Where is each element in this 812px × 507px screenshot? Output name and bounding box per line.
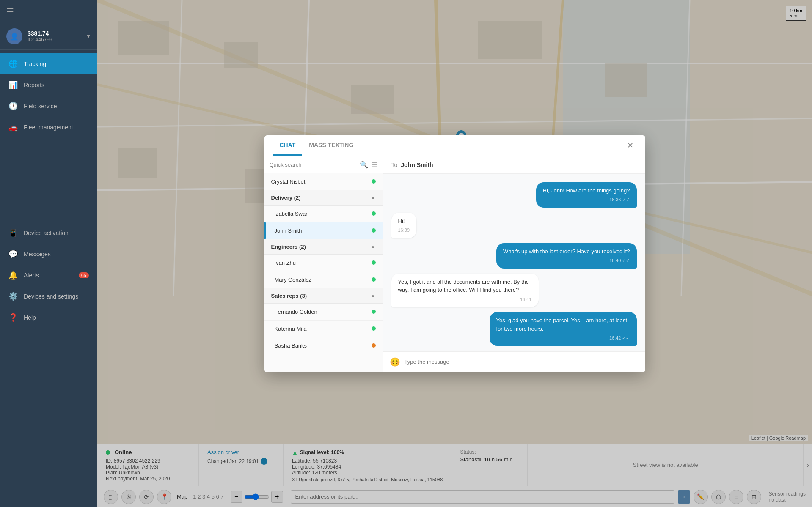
sidebar-item-label: Tracking [24,60,89,67]
contact-item-john[interactable]: John Smith [264,222,383,239]
message-bubble-in: Hi! 16:39 [391,213,417,238]
chevron-up-icon: ▲ [371,244,376,249]
message-time: 16:42 ✓✓ [496,334,630,342]
sidebar-item-label: Devices and settings [24,293,89,300]
status-indicator [372,179,376,184]
group-header-engineers[interactable]: Engineers (2) ▲ [264,239,383,255]
account-info: $381.74 ID: #46799 [28,30,81,43]
status-indicator [372,343,376,348]
contact-item-mary[interactable]: Mary González [264,271,383,288]
device-activation-icon: 📱 [8,228,18,238]
contact-name: John Smith [275,227,302,234]
message-bubble-out: Yes, glad you have the parcel. Yes, I am… [490,312,637,346]
contacts-panel: 🔍 ☰ Crystal Nisbet Delivery (2) ▲ [264,156,383,372]
contact-name: Sasha Banks [275,343,307,349]
fleet-management-icon: 🚗 [8,123,18,132]
tab-mass-texting[interactable]: MASS TEXTING [302,136,360,156]
to-label: To [391,162,398,168]
contact-name: Fernando Golden [275,309,317,315]
sidebar-item-label: Reports [24,82,89,88]
group-header-delivery[interactable]: Delivery (2) ▲ [264,190,383,206]
contact-name: Crystal Nisbet [271,178,306,185]
list-icon[interactable]: ☰ [372,161,377,169]
sidebar-item-field-service[interactable]: 🕐 Field service [0,96,97,117]
sidebar-item-help[interactable]: ❓ Help [0,307,97,328]
hamburger-icon[interactable]: ☰ [6,6,14,16]
message-time: 16:36 ✓✓ [543,196,630,203]
contact-name: Ivan Zhu [275,260,296,266]
messages-icon: 💬 [8,249,18,259]
sidebar-item-tracking[interactable]: 🌐 Tracking [0,53,97,74]
status-indicator [372,310,376,314]
message-text: Yes, glad you have the parcel. Yes, I am… [496,317,628,332]
search-icon[interactable]: 🔍 [360,161,368,169]
contact-item-fernando[interactable]: Fernando Golden [264,304,383,321]
chevron-up-icon: ▲ [371,293,376,299]
alerts-icon: 🔔 [8,271,18,280]
emoji-button[interactable]: 😊 [390,357,400,367]
contact-item-katerina[interactable]: Katerina Mila [264,321,383,337]
message-bubble-in: Yes, I got it and all the documents are … [391,274,539,307]
messages-header: To John Smith [383,156,645,174]
sidebar-item-label: Fleet management [24,124,89,131]
field-service-icon: 🕐 [8,101,18,111]
message-time: 16:40 ✓✓ [503,257,630,264]
message-time: 16:39 [398,227,410,234]
group-header-sales-reps[interactable]: Sales reps (3) ▲ [264,288,383,304]
group-name: Sales reps (3) [271,293,307,299]
sidebar-item-label: Help [24,314,89,321]
contact-item-izabella[interactable]: Izabella Swan [264,206,383,222]
sidebar-item-reports[interactable]: 📊 Reports [0,74,97,96]
sidebar-item-device-activation[interactable]: 📱 Device activation [0,222,97,244]
status-indicator [372,211,376,216]
contacts-list: Crystal Nisbet Delivery (2) ▲ Izabella S… [264,173,383,372]
messages-area: Hi, John! How are the things going? 16:3… [383,174,645,351]
account-id: ID: #46799 [28,37,81,43]
sidebar-item-label: Alerts [24,272,73,279]
messages-panel: To John Smith Hi, John! How are the thin… [383,156,645,372]
chat-modal-overlay: CHAT MASS TEXTING ✕ 🔍 ☰ Crystal Nisbet [97,0,812,507]
chat-modal-header: CHAT MASS TEXTING ✕ [264,135,645,156]
search-input[interactable] [270,162,360,168]
sidebar-nav: 🌐 Tracking 📊 Reports 🕐 Field service 🚗 F… [0,50,97,507]
message-input-area: 😊 [383,351,645,372]
tab-chat[interactable]: CHAT [273,136,303,156]
tracking-icon: 🌐 [8,59,18,69]
message-bubble-out: What's up with the last order? Have you … [496,243,636,269]
group-name: Delivery (2) [271,195,301,201]
search-bar: 🔍 ☰ [264,156,383,173]
message-bubble-in: Great. I have something to ask you about… [391,351,539,351]
help-icon: ❓ [8,313,18,322]
recipient-name: John Smith [401,162,433,168]
chevron-up-icon: ▲ [371,195,376,200]
avatar: 👤 [6,28,22,44]
sidebar-item-label: Messages [24,251,89,258]
close-modal-btn[interactable]: ✕ [624,139,637,152]
status-indicator [372,326,376,331]
alerts-badge: 65 [79,272,89,278]
sidebar-item-messages[interactable]: 💬 Messages [0,244,97,265]
message-text: Yes, I got it and all the documents are … [398,279,529,293]
sidebar-item-alerts[interactable]: 🔔 Alerts 65 [0,265,97,286]
status-indicator [372,277,376,282]
sidebar-item-label: Device activation [24,230,89,236]
contact-item-sasha[interactable]: Sasha Banks [264,337,383,354]
sidebar-item-fleet-management[interactable]: 🚗 Fleet management [0,117,97,138]
sidebar-header: ☰ [0,0,97,23]
sidebar-item-devices-settings[interactable]: ⚙️ Devices and settings [0,286,97,307]
status-indicator [372,260,376,265]
contact-item-crystal[interactable]: Crystal Nisbet [264,173,383,190]
sidebar-account: 👤 $381.74 ID: #46799 ▼ [0,23,97,50]
message-input[interactable] [405,359,639,365]
message-bubble-out: Hi, John! How are the things going? 16:3… [536,182,637,208]
devices-settings-icon: ⚙️ [8,292,18,301]
avatar-icon: 👤 [10,33,19,41]
contact-name: Mary González [275,277,311,283]
message-text: Hi! [398,218,405,224]
selected-indicator [264,222,266,239]
status-indicator [372,228,376,233]
sidebar-item-label: Field service [24,103,89,110]
account-dropdown-icon[interactable]: ▼ [86,33,91,39]
contact-name: Katerina Mila [275,326,307,332]
contact-item-ivan[interactable]: Ivan Zhu [264,255,383,271]
